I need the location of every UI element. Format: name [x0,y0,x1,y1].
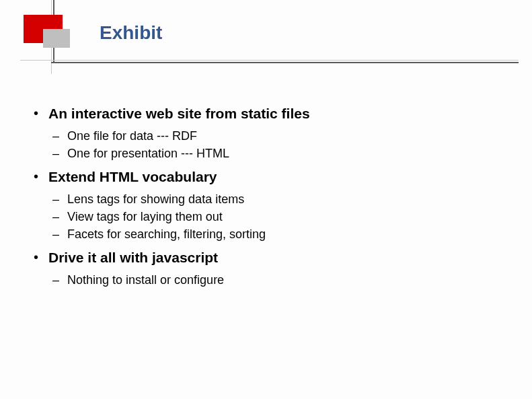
sub-list-item: View tags for laying them out [48,208,505,225]
sub-list: Lens tags for showing data items View ta… [48,190,505,243]
sub-list-item: Facets for searching, filtering, sorting [48,225,505,243]
list-item: Drive it all with javascript Nothing to … [34,248,505,289]
logo-icon [24,15,71,48]
decor-hline-light [20,60,519,61]
list-item: An interactive web site from static file… [34,104,505,162]
decor-hline-dark [51,62,519,63]
sub-list: Nothing to install or configure [48,271,505,289]
list-item: Extend HTML vocabulary Lens tags for sho… [34,168,505,243]
bullet-list: An interactive web site from static file… [34,104,505,289]
bullet-text: Drive it all with javascript [48,250,218,265]
slide-title: Exhibit [100,22,162,44]
logo-grey-square [43,29,70,48]
sub-list: One file for data --- RDF One for presen… [48,127,505,162]
slide-header: Exhibit [0,0,532,65]
bullet-text: Extend HTML vocabulary [48,169,217,184]
sub-list-item: One file for data --- RDF [48,127,505,145]
bullet-text: An interactive web site from static file… [48,106,310,121]
slide-content: An interactive web site from static file… [34,104,505,294]
sub-list-item: Nothing to install or configure [48,271,505,289]
sub-list-item: Lens tags for showing data items [48,190,505,208]
sub-list-item: One for presentation --- HTML [48,145,505,162]
